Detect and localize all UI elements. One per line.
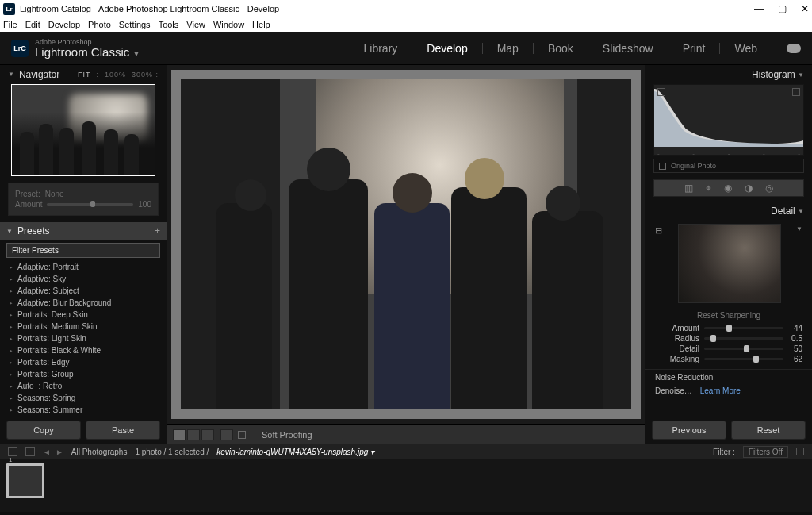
highlight-clipping-icon[interactable] xyxy=(792,88,800,96)
menu-tools[interactable]: Tools xyxy=(159,20,179,29)
noise-reduction-section[interactable]: Noise Reduction xyxy=(645,369,812,385)
gradient-tool-icon[interactable]: ◎ xyxy=(765,183,773,194)
chevron-down-icon: ▼ xyxy=(8,71,14,78)
window-titlebar: Lr Lightroom Catalog - Adobe Photoshop L… xyxy=(0,0,812,17)
presets-header[interactable]: ▼ Presets + xyxy=(0,222,167,240)
preset-group[interactable]: Adaptive: Portrait xyxy=(6,261,160,273)
preset-group[interactable]: Seasons: Summer xyxy=(6,404,160,416)
copy-button[interactable]: Copy xyxy=(6,421,81,440)
module-map[interactable]: Map xyxy=(497,42,519,55)
histogram-header[interactable]: Histogram ▼ xyxy=(645,65,812,84)
preset-group[interactable]: Adaptive: Sky xyxy=(6,273,160,285)
menu-settings[interactable]: Settings xyxy=(119,20,151,29)
nav-back-icon[interactable]: ◄ xyxy=(43,448,51,456)
original-photo-toggle[interactable]: Original Photo xyxy=(653,159,804,173)
module-print[interactable]: Print xyxy=(683,42,706,55)
brand-line2[interactable]: Lightroom Classic ▼ xyxy=(35,46,140,58)
shadow-clipping-icon[interactable] xyxy=(657,88,665,96)
filmstrip-collapse-handle[interactable] xyxy=(0,512,812,515)
filmstrip-source[interactable]: All Photographs xyxy=(71,448,128,456)
filter-dropdown[interactable]: Filters Off xyxy=(743,446,788,458)
denoise-button[interactable]: Denoise… xyxy=(655,386,692,395)
slider-value[interactable]: 44 xyxy=(783,324,802,332)
slider-track[interactable] xyxy=(704,327,783,329)
cloud-sync-icon[interactable] xyxy=(787,44,801,53)
slider-value[interactable]: 62 xyxy=(783,355,802,363)
maximize-button[interactable]: ▢ xyxy=(778,3,787,14)
menu-develop[interactable]: Develop xyxy=(48,20,80,29)
preset-amount-value: 100 xyxy=(138,200,151,209)
loupe-view-icon[interactable] xyxy=(173,429,186,440)
module-library[interactable]: Library xyxy=(364,42,398,55)
histogram[interactable]: ----- xyxy=(653,84,804,156)
detail-chevron-icon[interactable]: ▼ xyxy=(796,225,802,233)
preset-group[interactable]: Portraits: Edgy xyxy=(6,356,160,368)
menu-file[interactable]: File xyxy=(3,20,17,29)
module-develop[interactable]: Develop xyxy=(427,42,467,55)
soft-proofing-label[interactable]: Soft Proofing xyxy=(262,430,312,440)
slider-track[interactable] xyxy=(704,358,783,360)
preset-group[interactable]: Seasons: Spring xyxy=(6,392,160,404)
filmstrip-count: 1 photo / 1 selected / xyxy=(135,448,209,456)
paste-button[interactable]: Paste xyxy=(86,421,160,440)
preset-group[interactable]: Portraits: Black & White xyxy=(6,344,160,356)
grid-icon[interactable] xyxy=(25,447,35,456)
slider-track[interactable] xyxy=(704,348,783,350)
navigator-thumbnail[interactable] xyxy=(11,84,155,177)
menu-window[interactable]: Window xyxy=(213,20,244,29)
detail-target-icon[interactable]: ⊟ xyxy=(655,225,662,236)
module-slideshow[interactable]: Slideshow xyxy=(603,42,653,55)
nav-fwd-icon[interactable]: ► xyxy=(56,448,63,456)
sharpening-slider[interactable]: Amount 44 xyxy=(645,323,812,333)
module-web[interactable]: Web xyxy=(734,42,757,55)
crop-tool-icon[interactable]: ▥ xyxy=(684,183,693,194)
menu-view[interactable]: View xyxy=(186,20,205,29)
view-mode-switcher[interactable] xyxy=(173,429,233,440)
menu-help[interactable]: Help xyxy=(252,20,270,29)
preset-group[interactable]: Adaptive: Blur Background xyxy=(6,297,160,309)
filmstrip[interactable]: 1 xyxy=(0,459,812,512)
sharpening-slider[interactable]: Radius 0.5 xyxy=(645,333,812,344)
sharpening-slider[interactable]: Masking 62 xyxy=(645,354,812,364)
add-preset-icon[interactable]: + xyxy=(155,225,160,236)
menu-edit[interactable]: Edit xyxy=(25,20,40,29)
module-book[interactable]: Book xyxy=(548,42,573,55)
second-monitor-icon[interactable] xyxy=(8,447,17,456)
sharpening-section-label[interactable]: Reset Sharpening xyxy=(645,311,812,320)
filter-presets-input[interactable]: Filter Presets xyxy=(6,243,160,258)
minimize-button[interactable]: — xyxy=(754,3,764,14)
masking-tool-icon[interactable]: ◑ xyxy=(745,183,753,194)
detail-preview[interactable] xyxy=(678,224,781,303)
preset-amount-slider[interactable] xyxy=(47,203,133,206)
preset-group[interactable]: Portraits: Light Skin xyxy=(6,332,160,344)
soft-proofing-checkbox[interactable] xyxy=(238,431,246,439)
sharpening-slider[interactable]: Detail 50 xyxy=(645,344,812,354)
slider-label: Masking xyxy=(655,355,699,363)
redeye-tool-icon[interactable]: ◉ xyxy=(724,183,732,194)
navigator-header[interactable]: ▼ Navigator FIT : 100% 300% : xyxy=(0,65,167,84)
image-canvas[interactable] xyxy=(171,70,641,419)
close-button[interactable]: ✕ xyxy=(801,3,809,14)
reset-button[interactable]: Reset xyxy=(731,421,806,440)
slider-value[interactable]: 0.5 xyxy=(783,334,802,343)
detail-header[interactable]: Detail ▼ xyxy=(645,202,812,221)
slider-value[interactable]: 50 xyxy=(783,344,802,353)
before-after-icon[interactable] xyxy=(187,429,200,440)
reference-view-icon[interactable] xyxy=(220,429,233,440)
previous-button[interactable]: Previous xyxy=(652,421,726,440)
filter-lock-icon[interactable] xyxy=(796,448,804,455)
menu-photo[interactable]: Photo xyxy=(88,20,111,29)
checkbox-icon[interactable] xyxy=(659,163,666,170)
navigator-zoom-controls[interactable]: FIT : 100% 300% : xyxy=(78,71,159,79)
preset-group[interactable]: Portraits: Medium Skin xyxy=(6,321,160,332)
filmstrip-thumbnail[interactable]: 1 xyxy=(6,463,44,498)
slider-track[interactable] xyxy=(704,337,783,340)
learn-more-link[interactable]: Learn More xyxy=(700,386,741,395)
preset-group[interactable]: Adaptive: Subject xyxy=(6,285,160,297)
preset-group[interactable]: Portraits: Group xyxy=(6,368,160,380)
histogram-title: Histogram xyxy=(752,69,795,80)
before-after-split-icon[interactable] xyxy=(201,429,214,440)
preset-group[interactable]: Auto+: Retro xyxy=(6,380,160,392)
healing-tool-icon[interactable]: ⌖ xyxy=(706,183,711,194)
preset-group[interactable]: Portraits: Deep Skin xyxy=(6,309,160,321)
